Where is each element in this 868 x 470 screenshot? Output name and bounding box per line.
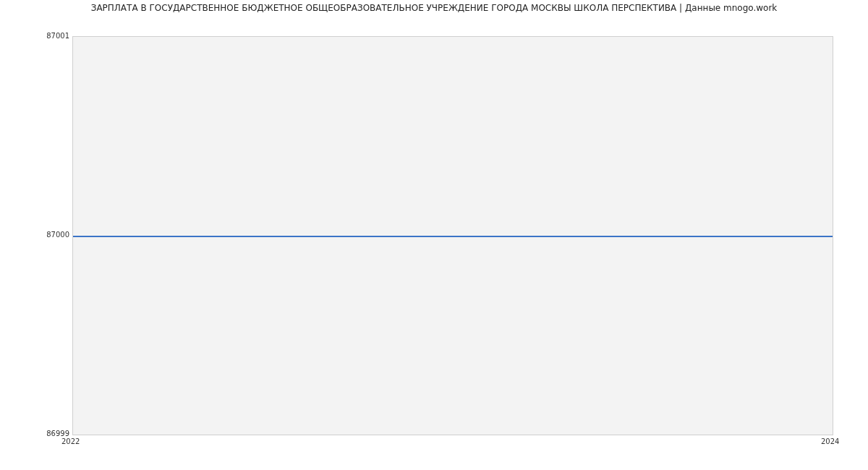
x-tick-label: 2022 — [61, 437, 80, 445]
chart-container: ЗАРПЛАТА В ГОСУДАРСТВЕННОЕ БЮДЖЕТНОЕ ОБЩ… — [0, 0, 868, 470]
data-series-line — [73, 236, 833, 237]
chart-title: ЗАРПЛАТА В ГОСУДАРСТВЕННОЕ БЮДЖЕТНОЕ ОБЩ… — [0, 3, 868, 13]
x-tick-label: 2024 — [821, 437, 839, 445]
y-tick-label: 87000 — [4, 231, 69, 239]
y-tick-label: 87001 — [4, 32, 69, 40]
plot-area — [72, 36, 833, 435]
y-tick-label: 86999 — [4, 430, 69, 437]
